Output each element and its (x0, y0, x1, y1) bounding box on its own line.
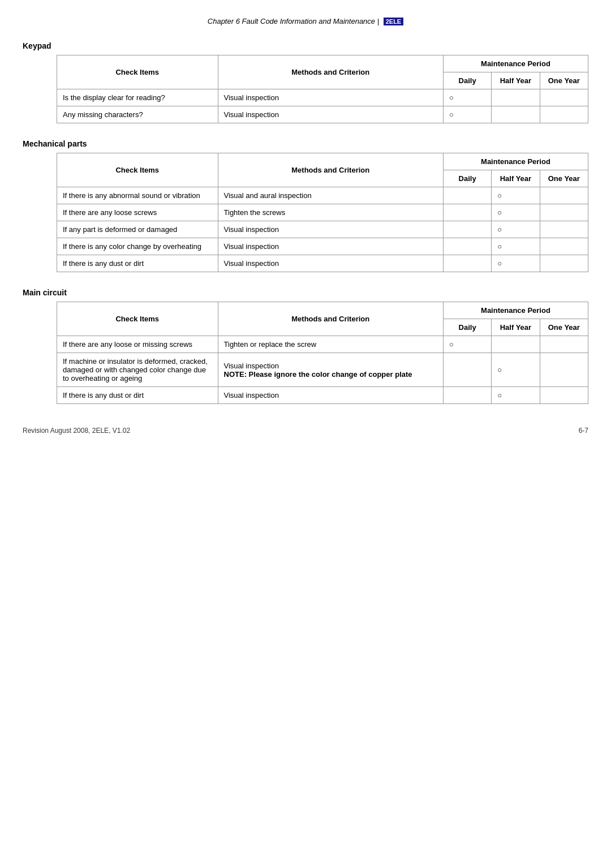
cell-daily (443, 387, 491, 404)
th-methods: Methods and Criterion (218, 302, 443, 336)
th-maintenance-period: Maintenance Period (443, 55, 588, 72)
cell-half-year: ○ (492, 353, 540, 387)
cell-method: Visual inspection (218, 255, 443, 272)
cell-one-year (540, 187, 588, 204)
th-maintenance-period: Maintenance Period (443, 153, 588, 170)
table-row: Is the display clear for reading?Visual … (57, 89, 588, 106)
th-one-year: One Year (540, 170, 588, 187)
table-row: Any missing characters?Visual inspection… (57, 106, 588, 123)
th-daily: Daily (443, 72, 491, 89)
th-check-items: Check Items (57, 302, 218, 336)
section-title-main_circuit: Main circuit (23, 288, 588, 297)
table-row: If there are any loose screwsTighten the… (57, 204, 588, 221)
brand-label: 2ELE (384, 18, 404, 25)
table-row: If machine or insulator is deformed, cra… (57, 353, 588, 387)
table-row: If there is any dust or dirtVisual inspe… (57, 387, 588, 404)
cell-one-year (540, 387, 588, 404)
table-row: If there is any color change by overheat… (57, 238, 588, 255)
th-half-year: Half Year (492, 72, 540, 89)
cell-half-year: ○ (492, 221, 540, 238)
cell-half-year: ○ (492, 204, 540, 221)
th-one-year: One Year (540, 72, 588, 89)
table-row: If there are any loose or missing screws… (57, 336, 588, 353)
cell-check-item: If there are any loose screws (57, 204, 218, 221)
cell-one-year (540, 255, 588, 272)
cell-daily (443, 238, 491, 255)
cell-check-item: Any missing characters? (57, 106, 218, 123)
note-text: NOTE: Please ignore the color change of … (224, 370, 412, 379)
table-row: If there is any dust or dirtVisual inspe… (57, 255, 588, 272)
table-mechanical: Check ItemsMethods and CriterionMaintena… (57, 153, 588, 272)
cell-one-year (540, 106, 588, 123)
cell-half-year: ○ (492, 238, 540, 255)
cell-method: Visual inspection (218, 238, 443, 255)
cell-method: Visual and aural inspection (218, 187, 443, 204)
th-check-items: Check Items (57, 55, 218, 89)
cell-daily: ○ (443, 89, 491, 106)
cell-one-year (540, 353, 588, 387)
th-daily: Daily (443, 170, 491, 187)
cell-half-year: ○ (492, 255, 540, 272)
cell-check-item: If machine or insulator is deformed, cra… (57, 353, 218, 387)
cell-check-item: If there is any abnormal sound or vibrat… (57, 187, 218, 204)
cell-check-item: Is the display clear for reading? (57, 89, 218, 106)
cell-half-year (492, 106, 540, 123)
th-one-year: One Year (540, 319, 588, 336)
page-footer: Revision August 2008, 2ELE, V1.02 6-7 (23, 427, 588, 435)
page-header: Chapter 6 Fault Code Information and Mai… (23, 17, 588, 25)
sections-container: KeypadCheck ItemsMethods and CriterionMa… (23, 41, 588, 404)
cell-one-year (540, 89, 588, 106)
cell-daily (443, 187, 491, 204)
cell-method: Visual inspection (218, 89, 443, 106)
th-check-items: Check Items (57, 153, 218, 187)
cell-method: Tighten the screws (218, 204, 443, 221)
table-row: If any part is deformed or damagedVisual… (57, 221, 588, 238)
cell-half-year (492, 89, 540, 106)
cell-daily (443, 353, 491, 387)
cell-daily: ○ (443, 336, 491, 353)
th-methods: Methods and Criterion (218, 153, 443, 187)
section-title-keypad: Keypad (23, 41, 588, 50)
th-half-year: Half Year (492, 170, 540, 187)
cell-half-year: ○ (492, 187, 540, 204)
cell-daily (443, 204, 491, 221)
cell-check-item: If there is any dust or dirt (57, 387, 218, 404)
page-number: 6-7 (579, 427, 588, 435)
th-daily: Daily (443, 319, 491, 336)
cell-one-year (540, 221, 588, 238)
cell-method: Tighten or replace the screw (218, 336, 443, 353)
table-keypad: Check ItemsMethods and CriterionMaintena… (57, 55, 588, 123)
cell-check-item: If there is any dust or dirt (57, 255, 218, 272)
cell-daily (443, 255, 491, 272)
cell-check-item: If there are any loose or missing screws (57, 336, 218, 353)
cell-check-item: If any part is deformed or damaged (57, 221, 218, 238)
cell-method: Visual inspectionNOTE: Please ignore the… (218, 353, 443, 387)
cell-daily: ○ (443, 106, 491, 123)
chapter-title: Chapter 6 Fault Code Information and Mai… (208, 17, 375, 25)
cell-one-year (540, 238, 588, 255)
th-half-year: Half Year (492, 319, 540, 336)
th-maintenance-period: Maintenance Period (443, 302, 588, 319)
section-title-mechanical: Mechanical parts (23, 139, 588, 148)
cell-method: Visual inspection (218, 387, 443, 404)
cell-half-year: ○ (492, 387, 540, 404)
cell-one-year (540, 336, 588, 353)
revision-text: Revision August 2008, 2ELE, V1.02 (23, 427, 130, 435)
cell-method: Visual inspection (218, 106, 443, 123)
th-methods: Methods and Criterion (218, 55, 443, 89)
cell-half-year (492, 336, 540, 353)
cell-check-item: If there is any color change by overheat… (57, 238, 218, 255)
table-main_circuit: Check ItemsMethods and CriterionMaintena… (57, 302, 588, 404)
cell-daily (443, 221, 491, 238)
cell-method: Visual inspection (218, 221, 443, 238)
table-row: If there is any abnormal sound or vibrat… (57, 187, 588, 204)
cell-one-year (540, 204, 588, 221)
